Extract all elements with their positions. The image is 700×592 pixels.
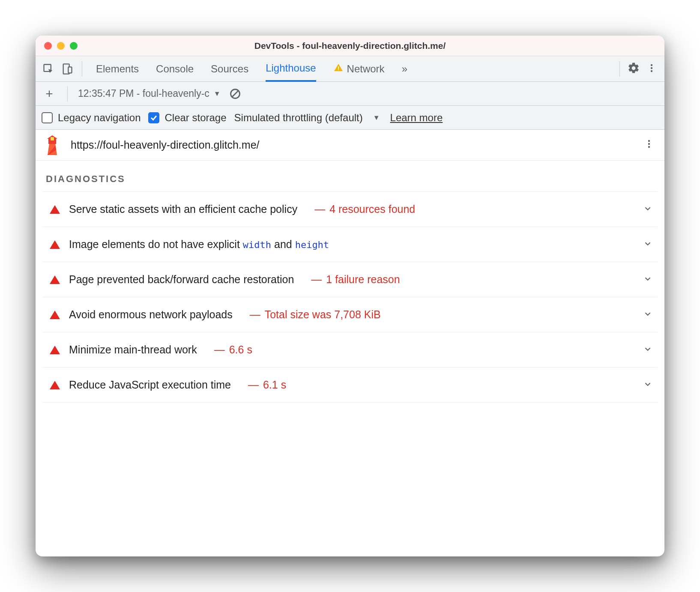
diagnostics-heading: DIAGNOSTICS [36, 161, 664, 191]
fail-triangle-icon [50, 205, 60, 214]
audit-detail: —Total size was 7,708 KiB [244, 308, 381, 321]
report-selector-label: 12:35:47 PM - foul-heavenly-c [78, 88, 209, 99]
fail-triangle-icon [50, 275, 60, 284]
device-toolbar-icon[interactable] [60, 61, 75, 77]
svg-rect-14 [51, 137, 54, 141]
close-window-button[interactable] [44, 42, 52, 50]
report-menu-button[interactable] [641, 138, 657, 153]
audit-title: Reduce JavaScript execution time [69, 379, 231, 391]
lighthouse-toolbar: + 12:35:47 PM - foul-heavenly-c ▼ [36, 82, 664, 106]
devtools-tabstrip: Elements Console Sources Lighthouse Netw… [36, 56, 664, 82]
legacy-label: Legacy navigation [58, 112, 141, 124]
gear-icon [627, 62, 640, 76]
dropdown-icon: ▼ [214, 90, 221, 98]
svg-point-6 [651, 67, 652, 69]
kebab-icon [646, 63, 657, 75]
diagnostics-list: Serve static assets with an efficient ca… [36, 191, 664, 411]
legacy-navigation-toggle[interactable]: Legacy navigation [42, 112, 141, 124]
checkbox-checked-icon [148, 112, 159, 123]
svg-rect-12 [48, 139, 56, 144]
tabs-overflow-button[interactable]: » [402, 56, 407, 82]
svg-point-5 [651, 64, 652, 66]
throttling-dropdown[interactable]: ▼ [371, 114, 383, 122]
svg-rect-2 [68, 67, 72, 73]
chevron-down-icon [643, 344, 652, 356]
audit-detail: —4 resources found [308, 203, 415, 215]
svg-point-7 [651, 70, 652, 72]
chevron-down-icon [643, 204, 652, 215]
audit-title: Minimize main-thread work [69, 344, 197, 356]
clear-storage-label: Clear storage [165, 112, 226, 124]
audit-detail: —6.1 s [242, 379, 286, 391]
svg-point-15 [648, 140, 650, 141]
svg-point-8 [230, 89, 239, 98]
audit-row[interactable]: Serve static assets with an efficient ca… [42, 191, 658, 227]
svg-point-17 [648, 146, 650, 147]
svg-point-16 [648, 143, 650, 144]
svg-rect-0 [44, 64, 51, 71]
svg-rect-1 [63, 64, 69, 74]
checkbox-icon [42, 112, 53, 123]
fail-triangle-icon [50, 240, 60, 249]
svg-marker-13 [47, 135, 57, 139]
window-titlebar: DevTools - foul-heavenly-direction.glitc… [36, 36, 664, 56]
warning-icon [333, 63, 344, 75]
minimize-window-button[interactable] [57, 42, 65, 50]
traffic-lights [36, 42, 78, 50]
devtools-window: DevTools - foul-heavenly-direction.glitc… [36, 36, 664, 556]
svg-line-9 [232, 91, 238, 97]
kebab-icon [644, 139, 654, 152]
chevron-down-icon [643, 239, 652, 250]
lighthouse-options: Legacy navigation Clear storage Simulate… [36, 106, 664, 130]
maximize-window-button[interactable] [70, 42, 78, 50]
audit-title: Avoid enormous network payloads [69, 308, 233, 321]
audit-row[interactable]: Avoid enormous network payloads —Total s… [42, 297, 658, 332]
chevron-down-icon [643, 380, 652, 391]
throttling-label: Simulated throttling (default) [234, 112, 363, 124]
window-title: DevTools - foul-heavenly-direction.glitc… [36, 41, 664, 51]
learn-more-link[interactable]: Learn more [390, 112, 443, 124]
audit-title: Image elements do not have explicit widt… [69, 238, 329, 251]
report-url: https://foul-heavenly-direction.glitch.m… [71, 139, 260, 151]
tab-lighthouse[interactable]: Lighthouse [266, 56, 316, 82]
new-report-button[interactable]: + [42, 86, 57, 102]
audit-row[interactable]: Image elements do not have explicit widt… [42, 227, 658, 262]
clear-storage-toggle[interactable]: Clear storage [148, 112, 226, 124]
audit-row[interactable]: Reduce JavaScript execution time —6.1 s [42, 367, 658, 403]
settings-button[interactable] [626, 61, 641, 77]
audit-detail: —6.6 s [208, 344, 252, 356]
fail-triangle-icon [50, 346, 60, 354]
audit-title: Page prevented back/forward cache restor… [69, 273, 294, 286]
tab-sources[interactable]: Sources [211, 56, 248, 82]
chevron-down-icon [643, 274, 652, 285]
tab-elements[interactable]: Elements [96, 56, 139, 82]
audit-detail: —1 failure reason [305, 273, 400, 286]
toolbar-right [616, 61, 659, 77]
more-button[interactable] [644, 61, 659, 77]
audit-row[interactable]: Page prevented back/forward cache restor… [42, 262, 658, 297]
tab-console[interactable]: Console [156, 56, 194, 82]
svg-marker-11 [48, 146, 56, 155]
divider [619, 61, 620, 77]
fail-triangle-icon [50, 311, 60, 319]
divider [67, 86, 68, 102]
audit-row[interactable]: Minimize main-thread work —6.6 s [42, 332, 658, 367]
tab-network[interactable]: Network [333, 56, 385, 82]
panel-tabs: Elements Console Sources Lighthouse Netw… [96, 56, 613, 82]
clear-report-button[interactable] [227, 86, 243, 102]
svg-marker-10 [48, 143, 57, 155]
chevron-down-icon [643, 309, 652, 320]
tab-network-label: Network [347, 63, 385, 75]
lighthouse-icon [43, 135, 61, 155]
report-url-row: https://foul-heavenly-direction.glitch.m… [36, 130, 664, 161]
clear-icon [229, 88, 241, 100]
report-selector[interactable]: 12:35:47 PM - foul-heavenly-c ▼ [78, 88, 221, 99]
svg-rect-3 [338, 66, 339, 69]
audit-title: Serve static assets with an efficient ca… [69, 203, 297, 215]
inspect-element-icon[interactable] [41, 61, 56, 77]
fail-triangle-icon [50, 381, 60, 389]
svg-rect-4 [338, 69, 339, 70]
divider [82, 61, 82, 77]
